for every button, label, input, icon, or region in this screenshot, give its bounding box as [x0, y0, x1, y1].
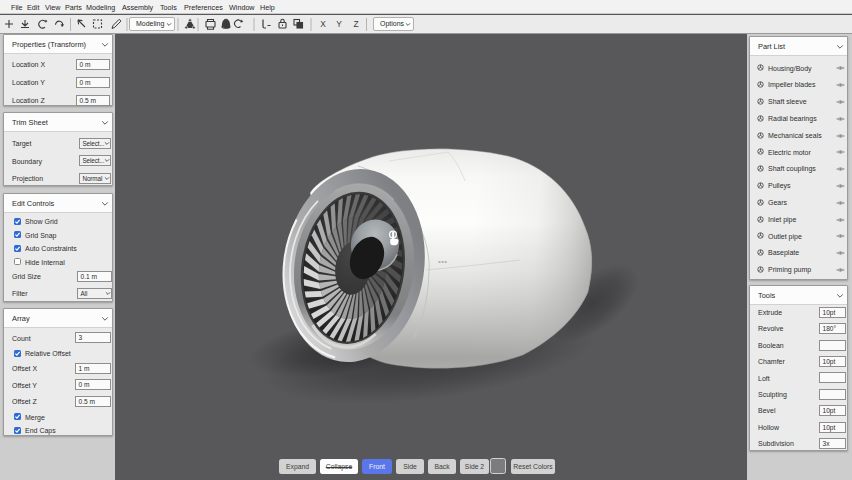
- svg-text:Z: Z: [353, 19, 358, 29]
- svg-text:X: X: [320, 19, 326, 29]
- svg-text:Y: Y: [336, 19, 342, 29]
